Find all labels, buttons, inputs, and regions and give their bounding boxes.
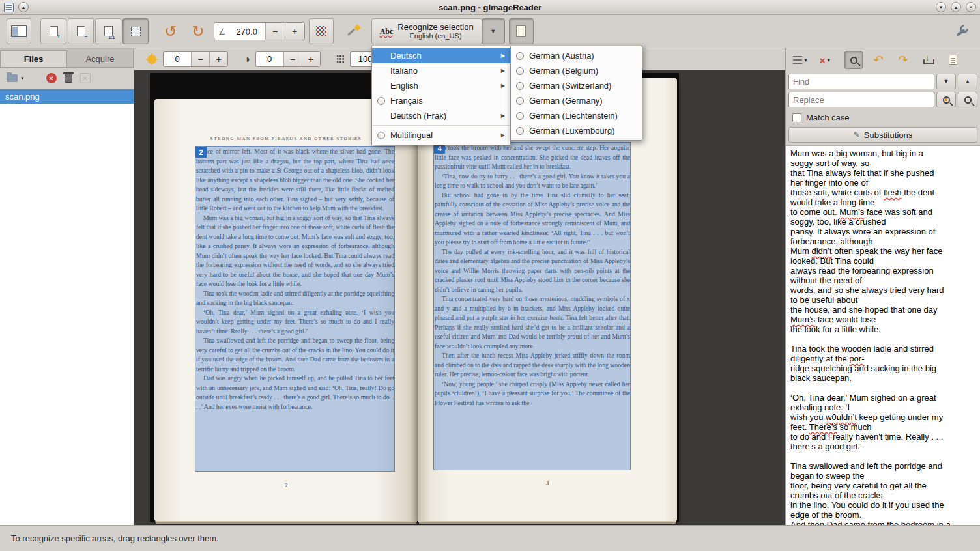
page-segmentation-button[interactable] <box>309 18 334 44</box>
output-line <box>790 451 975 461</box>
menu-item-german-belgium[interactable]: German (Belgium) <box>511 63 642 78</box>
find-input[interactable] <box>788 74 934 89</box>
output-line: feet. There’s so much <box>790 422 975 432</box>
find-prev-button[interactable]: ▲ <box>958 74 977 89</box>
menu-item-german-liechtenstein[interactable]: German (Liechtenstein) <box>511 108 642 123</box>
undo-button[interactable]: ↶ <box>869 51 887 69</box>
contrast-spinbox[interactable]: 0 − + <box>255 51 321 67</box>
find-next-button[interactable]: ▼ <box>936 74 956 89</box>
recognize-button[interactable]: Abc Recognize selection English (en_US) <box>371 18 482 44</box>
output-line: diligently at the por- <box>790 354 975 363</box>
rotate-right-button[interactable]: ↻ <box>186 18 210 44</box>
menu-item-english[interactable]: English▶ <box>372 78 510 93</box>
output-line: floor, being very careful to get all the <box>790 481 975 490</box>
misspelled-word: w0uldn’t <box>826 412 857 422</box>
find-replace-toggle-button[interactable] <box>844 51 863 69</box>
output-line: to come out. Mum’s face was soft and <box>790 207 975 217</box>
zoom-original-icon: 1:1 <box>104 26 113 36</box>
zoom-out-icon: − <box>77 26 85 36</box>
contrast-decrease-button[interactable]: − <box>283 52 302 66</box>
strip-line-breaks-button[interactable]: × ▾ <box>816 51 834 69</box>
recognize-language-dropdown[interactable]: ▼ <box>482 18 505 44</box>
minimize-icon: ▾ <box>940 5 943 10</box>
menu-icon-column <box>515 112 525 120</box>
window-shade-button[interactable]: ▴ <box>18 2 29 12</box>
menu-item-german-austria[interactable]: German (Austria) <box>511 48 642 63</box>
clear-images-button[interactable]: × <box>80 73 91 83</box>
brightness-decrease-button[interactable]: − <box>191 52 209 66</box>
brightness-increase-button[interactable]: + <box>209 52 227 66</box>
maximize-button[interactable]: ▴ <box>951 2 961 12</box>
autodetect-layout-button[interactable] <box>343 18 366 44</box>
menu-icon-column <box>515 127 525 135</box>
tab-files[interactable]: Files <box>0 50 67 67</box>
substitutions-button[interactable]: ✎ Substitutions <box>788 127 977 143</box>
output-line: the house, and she hoped that one day <box>790 305 975 315</box>
brightness-spinbox[interactable]: 0 − + <box>163 51 228 67</box>
replace-all-button[interactable] <box>958 92 977 107</box>
menu-item-label: German (Luxembourg) <box>529 126 637 135</box>
radio-icon <box>516 97 524 105</box>
zoom-in-button[interactable]: + <box>40 18 66 44</box>
search-icon <box>850 57 857 64</box>
save-output-button[interactable] <box>919 51 937 69</box>
contrast-increase-button[interactable]: + <box>302 52 320 66</box>
menu-item-deutsch[interactable]: Deutsch▶ <box>372 48 510 63</box>
rotate-left-button[interactable]: ↺ <box>159 18 182 44</box>
status-text: To recognize specific areas, drag rectan… <box>11 533 219 543</box>
wrench-icon <box>954 23 970 39</box>
menu-item-german-luxembourg[interactable]: German (Luxembourg) <box>511 123 642 138</box>
menu-item-label: German (Germany) <box>529 96 637 106</box>
menu-item-german-germany[interactable]: German (Germany) <box>511 93 642 108</box>
undo-icon: ↶ <box>873 54 883 66</box>
menu-item-label: German (Belgium) <box>529 66 637 76</box>
rotation-spinbox[interactable]: ∠ 270.0 − + <box>214 22 305 40</box>
selection-region-2[interactable]: 2 <box>195 146 395 472</box>
output-line <box>790 383 975 393</box>
redo-button[interactable]: ↷ <box>894 51 912 69</box>
remove-x-icon: × <box>49 75 53 82</box>
match-case-checkbox[interactable] <box>792 113 801 122</box>
selection-badge: 2 <box>195 147 207 158</box>
output-line: that Tina always felt that if she pushed <box>790 168 975 178</box>
menu-item-german-switzerland[interactable]: German (Switzerland) <box>511 78 642 93</box>
add-images-button[interactable]: ▾ <box>7 74 24 82</box>
zoom-fit-button[interactable] <box>122 18 149 44</box>
minimize-button[interactable]: ▾ <box>936 2 946 12</box>
replace-button[interactable] <box>936 92 956 107</box>
radio-icon <box>516 112 524 120</box>
remove-image-button[interactable]: × <box>46 73 57 83</box>
output-line: in the lino. You could do it if you used… <box>790 500 975 510</box>
output-text[interactable]: Mum was a big woman, but big in asoggy s… <box>786 145 980 525</box>
clear-output-button[interactable] <box>944 51 962 69</box>
match-case-label: Match case <box>806 113 849 122</box>
output-line: to be useful about <box>790 295 975 305</box>
menu-item-deutsch-frak[interactable]: Deutsch (Frak)▶ <box>372 108 510 123</box>
folder-open-icon <box>7 74 18 82</box>
rotation-decrease-button[interactable]: − <box>265 23 285 40</box>
toggle-output-pane-button[interactable] <box>509 18 534 44</box>
chevron-down-icon: ▼ <box>490 28 496 35</box>
menu-item-multilingual[interactable]: Multilingual▶ <box>372 128 510 143</box>
tab-acquire[interactable]: Acquire <box>67 50 134 67</box>
zoom-original-button[interactable]: 1:1 <box>95 18 121 44</box>
right-page-number: 3 <box>418 479 677 486</box>
menu-item-fran-ais[interactable]: Français <box>372 93 510 108</box>
toggle-panes-button[interactable] <box>7 18 31 44</box>
file-row[interactable]: scan.png <box>0 89 134 104</box>
settings-button[interactable] <box>950 18 973 44</box>
selection-region-4[interactable]: 4 <box>433 142 631 470</box>
menu-item-italiano[interactable]: Italiano▶ <box>372 63 510 78</box>
output-line: forbearance, although <box>790 236 975 246</box>
recognize-language: English (en_US) <box>409 32 461 40</box>
replace-input[interactable] <box>788 92 934 107</box>
rotation-increase-button[interactable]: + <box>285 23 304 40</box>
close-button[interactable]: × <box>966 2 976 12</box>
minus-icon: − <box>272 26 278 36</box>
delete-image-button[interactable] <box>65 74 72 83</box>
zoom-out-button[interactable]: − <box>68 18 94 44</box>
misspelled-word: didn’t <box>812 246 832 256</box>
insert-mode-button[interactable]: ▾ <box>791 51 809 69</box>
resolution-icon <box>336 55 345 63</box>
shade-icon: ▴ <box>22 5 25 10</box>
